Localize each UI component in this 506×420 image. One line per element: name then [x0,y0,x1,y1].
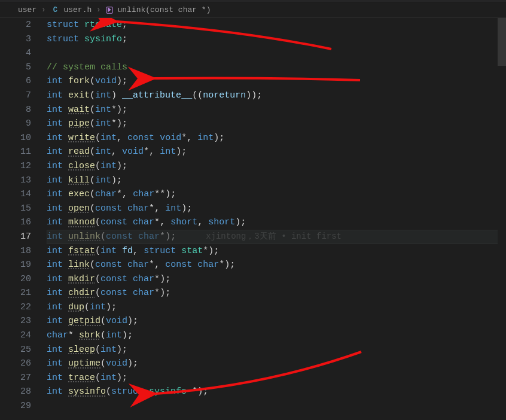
line-number: 10 [0,131,31,145]
code-line[interactable]: int close(int); [47,159,506,174]
vertical-scrollbar[interactable] [498,18,506,420]
c-file-icon: C [50,5,60,15]
code-line[interactable]: int exit(int) __attribute__((noreturn)); [47,89,506,103]
code-line[interactable]: int getpid(void); [47,314,506,328]
function-icon [105,6,114,14]
code-line[interactable]: int wait(int*); [47,103,506,117]
scrollbar-thumb[interactable] [498,18,506,66]
code-line[interactable]: int dup(int); [47,300,506,315]
line-number: 23 [0,314,31,328]
line-number: 12 [0,159,31,174]
code-line[interactable]: int trace(int); [47,371,506,385]
breadcrumb-folder[interactable]: user [18,5,36,14]
chevron-right-icon: › [41,6,45,14]
line-number: 25 [0,343,31,357]
code-line[interactable]: int unlink(const char*);xjintong，3天前 • i… [47,230,506,244]
line-number: 20 [0,272,31,287]
line-number: 29 [0,399,31,413]
line-number: 17 [0,230,31,244]
code-line[interactable]: int uptime(void); [47,357,506,371]
code-area[interactable]: struct rtcdate;struct sysinfo;// system … [47,18,506,420]
line-number: 18 [0,244,31,258]
line-number: 7 [0,89,31,103]
line-number: 3 [0,32,31,47]
line-number: 15 [0,202,31,216]
line-number: 2 [0,18,31,32]
line-number: 28 [0,385,31,399]
line-number: 24 [0,328,31,343]
breadcrumb[interactable]: user › C user.h › unlink(const char *) [0,2,506,18]
breadcrumb-file[interactable]: user.h [63,5,92,14]
code-line[interactable]: int open(const char*, int); [47,202,506,216]
git-blame-annotation: xjintong，3天前 • init first [206,232,342,241]
code-line[interactable]: int write(int, const void*, int); [47,131,506,145]
code-line[interactable]: char* sbrk(int); [47,328,506,343]
line-number: 9 [0,117,31,131]
code-line[interactable]: int pipe(int*); [47,117,506,131]
code-line[interactable]: int chdir(const char*); [47,286,506,300]
code-line[interactable]: int exec(char*, char**); [47,187,506,202]
code-line[interactable]: int fork(void); [47,74,506,89]
code-line[interactable]: int read(int, void*, int); [47,145,506,159]
code-line[interactable]: int sysinfo(struct sysinfo *); [47,385,506,399]
code-editor[interactable]: 2345678910111213141516171819202122232425… [0,18,506,420]
line-number: 5 [0,60,31,75]
line-number: 8 [0,103,31,117]
code-line[interactable]: int link(const char*, const char*); [47,258,506,272]
line-number: 26 [0,357,31,371]
chevron-right-icon: › [96,6,100,14]
code-line[interactable] [47,399,506,413]
line-number: 11 [0,145,31,159]
line-number: 16 [0,215,31,230]
line-number-gutter: 2345678910111213141516171819202122232425… [0,18,47,420]
code-line[interactable]: int mkdir(const char*); [47,272,506,287]
line-number: 27 [0,371,31,385]
code-line[interactable] [47,46,506,60]
code-line[interactable]: int kill(int); [47,174,506,188]
code-line[interactable]: int fstat(int fd, struct stat*); [47,244,506,258]
code-line[interactable]: struct sysinfo; [47,32,506,47]
code-line[interactable]: struct rtcdate; [47,18,506,32]
line-number: 6 [0,74,31,89]
line-number: 4 [0,46,31,60]
line-number: 22 [0,300,31,315]
line-number: 19 [0,258,31,272]
breadcrumb-symbol[interactable]: unlink(const char *) [117,5,211,14]
line-number: 14 [0,187,31,202]
line-number: 13 [0,174,31,188]
code-line[interactable]: int sleep(int); [47,343,506,357]
code-line[interactable]: int mknod(const char*, short, short); [47,215,506,230]
code-line[interactable]: // system calls [47,60,506,75]
line-number: 21 [0,286,31,300]
